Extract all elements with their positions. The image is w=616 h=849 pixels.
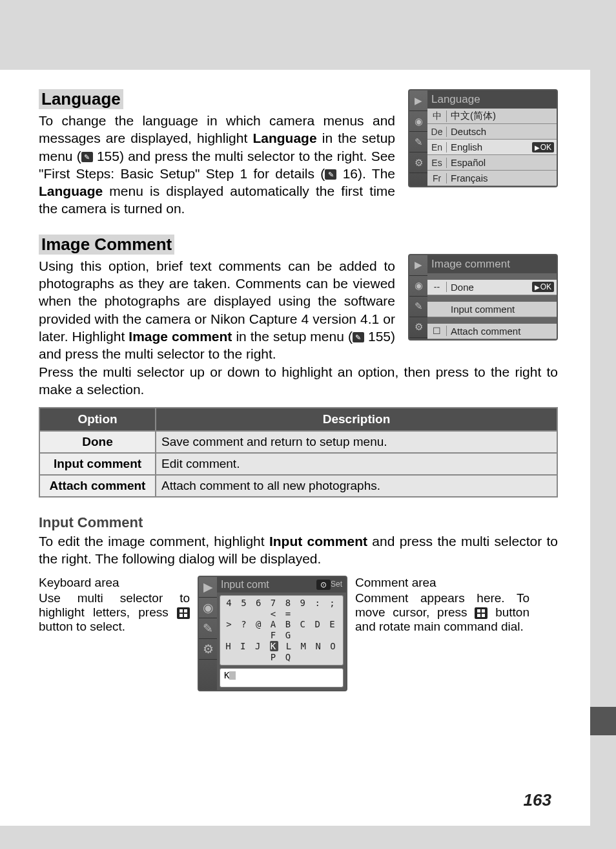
page-number: 163 [524,790,551,810]
thumbnail-button-icon [177,607,190,619]
row-code: -- [427,282,447,292]
caption-text: button to select. [39,620,125,633]
comment-field: K [220,668,344,687]
tab-playback-icon: ▶ [199,577,217,598]
page-ref: 155 [368,329,391,344]
heading-input-comment: Input Comment [39,514,558,531]
menu-row: 中中文(简体) [427,109,557,124]
page-ref: 16 [343,166,358,181]
ok-indicator: OK [532,142,554,152]
bold-term: Language [252,131,316,145]
tab-camera-icon: ◉ [409,276,427,297]
svg-rect-3 [184,609,187,613]
menu-row-selected: --DoneOK [427,280,557,295]
menu-row: Input comment [427,302,557,317]
row-label: Attach comment [447,326,557,337]
svg-rect-8 [477,614,480,617]
lang-code: Fr [427,173,447,183]
row-code: ☐ [427,326,447,336]
paragraph-image-comment-cont: Press the multi selector up or down to h… [39,363,558,399]
svg-rect-9 [482,614,485,617]
heading-image-comment: Image Comment [39,235,174,255]
menu-row-selected: EnEnglishOK [427,140,557,155]
caption-heading: Keyboard area [39,576,190,590]
table-row: DoneSave comment and return to setup men… [39,431,557,453]
row-label: Input comment [447,304,557,315]
menu-row: FrFrançais [427,171,557,186]
svg-rect-5 [184,614,187,617]
heading-language: Language [39,89,123,109]
option-name: Attach comment [39,475,156,497]
lang-label: Français [447,173,557,183]
thumb-index-tab [590,707,616,735]
kb-line: 4 5 6 7 8 9 : ; < = [224,598,339,620]
option-desc: Edit comment. [156,453,557,475]
table-header-description: Description [156,408,557,431]
lang-label: English [447,142,532,152]
lang-code: Es [427,158,447,168]
svg-rect-2 [180,609,183,613]
cursor-icon [229,671,236,680]
menu-title: Language [427,90,557,109]
lang-code: En [427,142,447,152]
options-table: Option Description DoneSave comment and … [39,407,558,498]
bold-term: Image comment [128,329,232,344]
input-comment-dialog-screenshot: ▶ ◉ ✎ ⚙ Input comt ⊙Set 4 5 6 7 8 9 : ; … [198,576,347,691]
kb-line: > ? @ A B C D E F G [224,619,339,641]
tab-pencil-icon: ✎ [409,132,427,152]
option-name: Input comment [39,453,156,475]
comment-area-caption: Comment area Comment appears here. To mo… [355,576,529,691]
reference-icon: ✎ [81,152,93,162]
menu-row: DeDeutsch [427,124,557,140]
lang-label: Deutsch [447,126,557,137]
svg-rect-7 [482,609,485,613]
keyboard-grid: 4 5 6 7 8 9 : ; < = > ? @ A B C D E F G … [220,595,344,666]
tab-playback-icon: ▶ [409,255,427,276]
comment-text: K [224,670,229,680]
table-row: Input commentEdit comment. [39,453,557,475]
highlighted-letter: K [270,641,278,651]
tab-setup-icon: ⚙ [409,152,427,173]
svg-rect-6 [477,609,480,613]
bold-term: Language [39,183,103,198]
tab-camera-icon: ◉ [199,598,217,618]
image-comment-menu-screenshot: ▶ ◉ ✎ ⚙ Image comment --DoneOK Input com… [408,254,558,341]
page-ref: 155 [97,149,119,163]
bold-term: Input comment [269,534,367,549]
lang-code: 中 [427,110,447,122]
dialog-title: Input comt [221,579,269,591]
language-menu-screenshot: ▶ ◉ ✎ ⚙ Language 中中文(简体) DeDeutsch EnEng… [408,89,558,187]
ok-indicator: OK [532,282,554,292]
option-name: Done [39,431,156,453]
lang-code: De [427,127,447,137]
top-grey-bar [0,0,616,70]
reference-icon: ✎ [353,332,364,342]
caption-text: Use multi selector to highlight letters,… [39,591,190,619]
svg-rect-4 [180,614,183,617]
reference-icon: ✎ [325,169,336,180]
table-header-option: Option [39,408,156,431]
menu-row: EsEspañol [427,155,557,171]
text: ). The [358,166,395,181]
option-desc: Save comment and return to setup menu. [156,431,557,453]
lang-label: Español [447,157,557,168]
tab-pencil-icon: ✎ [199,618,217,639]
paragraph-input-comment: To edit the image comment, highlight Inp… [39,532,558,568]
paragraph-language: To change the language in which camera m… [39,112,395,218]
tab-pencil-icon: ✎ [409,297,427,317]
menu-row: ☐Attach comment [427,324,557,339]
tab-playback-icon: ▶ [409,90,427,111]
paragraph-image-comment: Using this option, brief text comments c… [39,257,395,363]
table-row: Attach commentAttach comment to all new … [39,475,557,497]
page-content: Language To change the language in which… [0,70,590,826]
tab-setup-icon: ⚙ [409,317,427,338]
set-chip-icon: ⊙ [316,580,331,590]
kb-line: H I J K L M N O P Q [224,641,339,663]
tab-setup-icon: ⚙ [199,639,217,660]
tab-camera-icon: ◉ [409,111,427,132]
row-label: Done [447,282,532,293]
keyboard-area-caption: Keyboard area Use multi selector to high… [39,576,190,691]
text: To edit the image comment, highlight [39,534,269,549]
thumbnail-button-icon [475,607,488,619]
text: in the setup menu ( [232,329,353,344]
